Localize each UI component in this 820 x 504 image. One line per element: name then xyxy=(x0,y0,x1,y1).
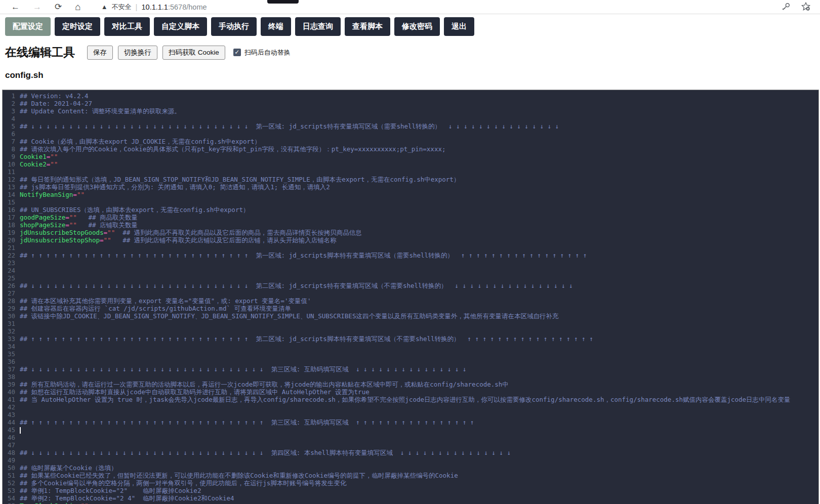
line-number: 23 xyxy=(3,259,18,267)
warning-icon[interactable]: ▲ xyxy=(101,3,108,11)
home-icon[interactable]: ⌂ xyxy=(75,2,80,13)
line-number: 33 xyxy=(3,335,18,343)
line-number: 52 xyxy=(3,479,18,487)
code-line[interactable]: 31 xyxy=(3,320,818,327)
code-line[interactable]: 38 xyxy=(3,373,818,381)
line-number: 9 xyxy=(3,153,18,160)
code-line[interactable]: 54## 举例2: TempBlockCookie="2 4" 临时屏蔽掉Coo… xyxy=(3,494,818,502)
nav-item-config-settings[interactable]: 配置设定 xyxy=(5,17,51,36)
code-line[interactable]: 40## 如想在运行互助活动脚本时直接从jcode中自动获取互助码并进行互助，请… xyxy=(3,388,818,396)
code-text: ## ↑ ↑ ↑ ↑ ↑ ↑ ↑ ↑ ↑ ↑ ↑ ↑ ↑ ↑ ↑ ↑ ↑ ↑ ↑… xyxy=(18,251,587,259)
line-number: 34 xyxy=(3,343,18,350)
code-line[interactable]: 14NotifyBeanSign="" xyxy=(3,191,818,198)
code-line[interactable]: 52## 多个Cookie编号以半角的空格分隔，两侧一对半角双引号，使用此功能后… xyxy=(3,479,818,487)
code-line[interactable]: 13## js脚本每日签到提供3种通知方式，分别为: 关闭通知，请填入0; 简洁… xyxy=(3,183,818,191)
code-line[interactable]: 19jdUnsubscribeStopGoods="" ## 遇到此商品不再取关… xyxy=(3,229,818,236)
code-line[interactable]: 11 xyxy=(3,168,818,176)
code-line[interactable]: 22## ↑ ↑ ↑ ↑ ↑ ↑ ↑ ↑ ↑ ↑ ↑ ↑ ↑ ↑ ↑ ↑ ↑ ↑… xyxy=(3,251,818,259)
nav-item-schedule-settings[interactable]: 定时设定 xyxy=(55,17,100,36)
code-line[interactable]: 8## 请依次填入每个用户的Cookie，Cookie的具体形式（只有pt_ke… xyxy=(3,145,818,153)
code-line[interactable]: 21 xyxy=(3,244,818,251)
address-bar[interactable]: ▲ 不安全 | 10.1.1.1:5678/home xyxy=(101,3,207,12)
code-line[interactable]: 25 xyxy=(3,274,818,282)
code-text: ## 每日签到的通知形式（选填，JD_BEAN_SIGN_STOP_NOTIFY… xyxy=(18,176,460,183)
code-editor[interactable]: 1## Version: v4.2.42## Date: 2021-04-273… xyxy=(2,90,819,504)
code-text xyxy=(18,350,20,358)
code-line[interactable]: 26## ↓ ↓ ↓ ↓ ↓ ↓ ↓ ↓ ↓ ↓ ↓ ↓ ↓ ↓ ↓ ↓ ↓ ↓… xyxy=(3,282,818,289)
code-line[interactable]: 30## 该链接中除JD_COOKIE、JD_BEAN_SIGN_STOP_NO… xyxy=(3,312,818,320)
code-line[interactable]: 42 xyxy=(3,403,818,411)
security-label[interactable]: 不安全 xyxy=(112,3,132,12)
nav-item-terminal[interactable]: 终端 xyxy=(261,17,291,36)
line-number: 48 xyxy=(3,449,18,456)
page-title: 在线编辑工具 xyxy=(5,45,75,60)
code-line[interactable]: 24 xyxy=(3,267,818,274)
code-text xyxy=(18,434,20,441)
nav-item-compare-tool[interactable]: 对比工具 xyxy=(104,17,150,36)
code-line[interactable]: 3## Update Content: 调整环境变量清单的获取来源。 xyxy=(3,107,818,115)
scan-cookie-button[interactable]: 扫码获取 Cookie xyxy=(162,46,225,60)
code-text: ## 临时屏蔽某个Cookie（选填） xyxy=(18,464,117,472)
line-number: 12 xyxy=(3,176,18,183)
nav-item-logout[interactable]: 退出 xyxy=(444,17,474,36)
code-text: ## UN_SUBSCRIBES（选填，由脚本去export，无需在config… xyxy=(18,206,249,214)
code-line[interactable]: 6 xyxy=(3,130,818,138)
refresh-icon[interactable]: ⟳ xyxy=(55,2,62,12)
code-line[interactable]: 4 xyxy=(3,115,818,122)
code-line[interactable]: 39## 所有互助码活动，请在运行过一次需要互助的活动脚本以后，再运行一次jco… xyxy=(3,381,818,388)
password-key-icon[interactable] xyxy=(781,2,791,12)
code-line[interactable]: 34 xyxy=(3,343,818,350)
url-text[interactable]: 10.1.1.1:5678/home xyxy=(142,3,207,11)
code-line[interactable]: 33## ↑ ↑ ↑ ↑ ↑ ↑ ↑ ↑ ↑ ↑ ↑ ↑ ↑ ↑ ↑ ↑ ↑ ↑… xyxy=(3,335,818,343)
code-line[interactable]: 27 xyxy=(3,289,818,297)
code-text: ## 所有互助码活动，请在运行过一次需要互助的活动脚本以后，再运行一次jcode… xyxy=(18,381,509,388)
nav-item-view-script[interactable]: 查看脚本 xyxy=(345,17,390,36)
favorite-star-add-icon[interactable] xyxy=(801,2,811,12)
nav-item-custom-script[interactable]: 自定义脚本 xyxy=(154,17,207,36)
code-line[interactable]: 35 xyxy=(3,350,818,358)
line-number: 39 xyxy=(3,381,18,388)
code-line[interactable]: 48## ↓ ↓ ↓ ↓ ↓ ↓ ↓ ↓ ↓ ↓ ↓ ↓ ↓ ↓ ↓ ↓ ↓ ↓… xyxy=(3,449,818,456)
code-line[interactable]: 46 xyxy=(3,434,818,441)
url-path: :5678/home xyxy=(168,3,207,11)
code-line[interactable]: 15 xyxy=(3,198,818,206)
toggle-wrap-button[interactable]: 切换换行 xyxy=(118,46,157,60)
code-line[interactable]: 49 xyxy=(3,456,818,464)
code-line[interactable]: 37## ↓ ↓ ↓ ↓ ↓ ↓ ↓ ↓ ↓ ↓ ↓ ↓ ↓ ↓ ↓ ↓ ↓ ↓… xyxy=(3,365,818,373)
auto-replace-checkbox[interactable]: ✓ xyxy=(233,49,241,56)
code-line[interactable]: 51## 如果某些Cookie已经失效了，但暂时还没法更新，可以使用此功能在不删… xyxy=(3,472,818,479)
code-line[interactable]: 43 xyxy=(3,411,818,418)
nav-item-log-query[interactable]: 日志查询 xyxy=(295,17,341,36)
code-line[interactable]: 2## Date: 2021-04-27 xyxy=(3,100,818,107)
line-number: 14 xyxy=(3,191,18,198)
nav-item-change-password[interactable]: 修改密码 xyxy=(394,17,440,36)
code-line[interactable]: 5## ↓ ↓ ↓ ↓ ↓ ↓ ↓ ↓ ↓ ↓ ↓ ↓ ↓ ↓ ↓ ↓ ↓ ↓ … xyxy=(3,122,818,130)
code-line[interactable]: 53## 举例1: TempBlockCookie="2" 临时屏蔽掉Cooki… xyxy=(3,487,818,494)
code-line[interactable]: 32 xyxy=(3,327,818,335)
back-icon[interactable]: ← xyxy=(11,2,20,12)
code-line[interactable]: 17goodPageSize="" ## 商品取关数量 xyxy=(3,214,818,221)
code-text xyxy=(18,320,20,327)
code-line[interactable]: 20jdUnsubscribeStopShop="" ## 遇到此店铺不再取关此… xyxy=(3,236,818,244)
code-line[interactable]: 47 xyxy=(3,441,818,449)
code-line[interactable]: 1## Version: v4.2.4 xyxy=(3,92,818,100)
line-number: 50 xyxy=(3,464,18,472)
save-button[interactable]: 保存 xyxy=(87,46,113,60)
code-line[interactable]: 41## 当 AutoHelpOther 设置为 true 时，jtask会先导… xyxy=(3,396,818,403)
code-line[interactable]: 36 xyxy=(3,358,818,365)
code-line[interactable]: 45 xyxy=(3,426,818,434)
code-line[interactable]: 44## ↑ ↑ ↑ ↑ ↑ ↑ ↑ ↑ ↑ ↑ ↑ ↑ ↑ ↑ ↑ ↑ ↑ ↑… xyxy=(3,418,818,426)
nav-item-manual-run[interactable]: 手动执行 xyxy=(211,17,257,36)
code-text: ## Update Content: 调整环境变量清单的获取来源。 xyxy=(18,107,181,115)
code-line[interactable]: 18shopPageSize="" ## 店铺取关数量 xyxy=(3,221,818,229)
code-line[interactable]: 29## 创建容器后在容器内运行 `cat /jd/scripts/github… xyxy=(3,305,818,312)
code-line[interactable]: 50## 临时屏蔽某个Cookie（选填） xyxy=(3,464,818,472)
code-line[interactable]: 9Cookie1="" xyxy=(3,153,818,160)
code-line[interactable]: 10Cookie2="" xyxy=(3,160,818,168)
code-line[interactable]: 23 xyxy=(3,259,818,267)
code-line[interactable]: 28## 请在本区域补充其他你需要用到变量，export 变量名="变量值"，或… xyxy=(3,297,818,305)
code-line[interactable]: 16## UN_SUBSCRIBES（选填，由脚本去export，无需在conf… xyxy=(3,206,818,214)
code-line[interactable]: 7## Cookie（必填，由脚本去export JD_COOKIE，无需在co… xyxy=(3,138,818,145)
code-line[interactable]: 55TempBlockCookie="" xyxy=(3,502,818,504)
code-line[interactable]: 12## 每日签到的通知形式（选填，JD_BEAN_SIGN_STOP_NOTI… xyxy=(3,176,818,183)
